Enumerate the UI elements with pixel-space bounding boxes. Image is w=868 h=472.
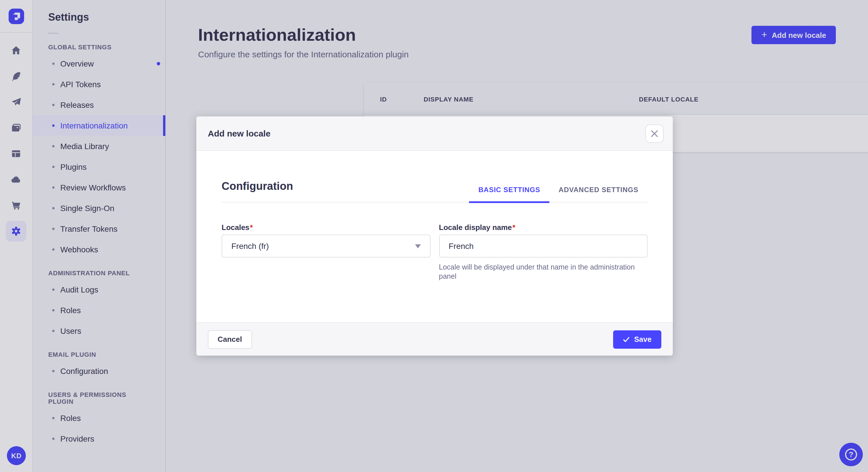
modal-header: Add new locale (196, 116, 673, 151)
required-asterisk: * (513, 223, 515, 232)
locales-label: Locales* (222, 223, 430, 232)
tab-advanced-settings[interactable]: ADVANCED SETTINGS (549, 186, 648, 203)
form-fields-row: Locales* French (fr) Locale display name… (222, 223, 648, 281)
display-name-field: Locale display name* Locale will be disp… (439, 223, 648, 281)
save-button[interactable]: Save (613, 330, 661, 348)
locales-field: Locales* French (fr) (222, 223, 430, 281)
checkmark-icon (623, 336, 629, 343)
modal-title: Add new locale (208, 129, 270, 138)
locales-select-value: French (fr) (231, 241, 269, 250)
app-window: KD Settings GLOBAL SETTINGS Overview API… (0, 0, 868, 472)
display-name-label: Locale display name* (439, 223, 648, 232)
locales-select[interactable]: French (fr) (222, 235, 430, 258)
modal-footer: Cancel Save (196, 322, 673, 356)
settings-tabs: BASIC SETTINGS ADVANCED SETTINGS (469, 186, 648, 203)
display-name-input[interactable] (439, 235, 648, 258)
cancel-button[interactable]: Cancel (208, 330, 252, 348)
configuration-title: Configuration (222, 180, 293, 193)
close-button[interactable] (645, 124, 663, 142)
chevron-down-icon (415, 244, 421, 248)
tab-basic-settings[interactable]: BASIC SETTINGS (469, 186, 549, 203)
add-locale-modal: Add new locale Configuration BASIC SETTI… (196, 116, 673, 356)
required-asterisk: * (250, 223, 253, 232)
display-name-hint: Locale will be displayed under that name… (439, 263, 648, 281)
configuration-header-row: Configuration BASIC SETTINGS ADVANCED SE… (222, 151, 648, 202)
close-icon (651, 130, 658, 137)
modal-body: Configuration BASIC SETTINGS ADVANCED SE… (196, 151, 673, 322)
